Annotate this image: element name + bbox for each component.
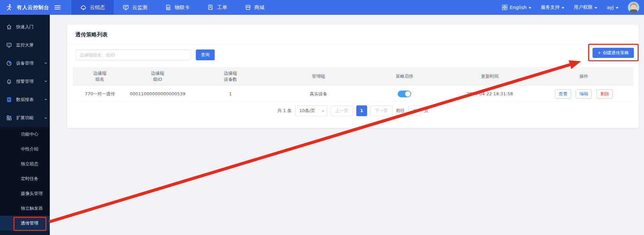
cell-device-count: 1 bbox=[188, 91, 273, 97]
tab-label: 云监测 bbox=[132, 4, 147, 11]
sidebar-item-label: 报警管理 bbox=[16, 78, 34, 85]
tab-label: 工单 bbox=[217, 4, 227, 11]
tab-label: 云组态 bbox=[90, 4, 105, 11]
user-menu[interactable]: ayj bbox=[607, 5, 618, 10]
column-header: 边缘端设备数 bbox=[188, 70, 273, 82]
language-label: English bbox=[510, 5, 527, 10]
goto-prefix-label: 前往 bbox=[396, 108, 405, 114]
sidebar-item-quick-start[interactable]: 快速入门 bbox=[0, 18, 50, 36]
chevron-down-icon bbox=[529, 7, 531, 9]
submenu-item-neutral-intro[interactable]: 中性介绍 bbox=[0, 142, 50, 157]
goto-suffix-label: 页 bbox=[424, 108, 429, 114]
submenu-item-passthrough-management[interactable]: 透传管理 bbox=[0, 216, 50, 231]
submenu-label: 中性介绍 bbox=[21, 146, 38, 152]
bell-icon bbox=[6, 78, 12, 85]
submenu-item-standalone-scada[interactable]: 独立组态 bbox=[0, 157, 50, 171]
report-icon bbox=[6, 97, 12, 103]
tab-label: 物联卡 bbox=[175, 4, 190, 11]
pie-chart-icon bbox=[6, 60, 12, 66]
cell-group-name: 770一对一透传 bbox=[73, 91, 127, 97]
sidebar-item-extended-functions[interactable]: 扩展功能 bbox=[0, 109, 50, 127]
policy-enable-toggle[interactable] bbox=[398, 91, 411, 97]
create-policy-button[interactable]: + 创建透传策略 bbox=[593, 48, 634, 58]
permission-label: 用户权限 bbox=[574, 4, 593, 10]
sidebar-submenu: 功能中心 中性介绍 独立组态 定时任务 摄像头管理 独立触发器 透传管理 bbox=[0, 127, 50, 231]
submenu-label: 独立触发器 bbox=[21, 205, 43, 211]
column-header: 操作 bbox=[535, 73, 633, 79]
next-page-button[interactable]: 下一页 bbox=[370, 105, 393, 116]
table-header-row: 边缘端组名 边缘端组ID 边缘端设备数 管理端 策略启停 更新时间 操作 bbox=[73, 67, 633, 86]
sidebar-item-label: 设备管理 bbox=[16, 60, 34, 66]
home-icon bbox=[6, 24, 12, 30]
avatar[interactable] bbox=[628, 2, 639, 13]
chevron-down-icon bbox=[44, 81, 47, 82]
submenu-label: 透传管理 bbox=[21, 220, 38, 226]
content-card: 透传策略列表 查询 + 创建透传策略 边缘端组名 边缘端组ID 边缘端设备数 管… bbox=[67, 25, 639, 128]
search-input[interactable] bbox=[75, 49, 191, 60]
submenu-label: 独立组态 bbox=[21, 161, 38, 167]
topbar: 有人云控制台 云组态 云监测 bbox=[0, 0, 644, 15]
cell-group-id: 00011000000000000539 bbox=[127, 91, 188, 97]
submenu-item-standalone-trigger[interactable]: 独立触发器 bbox=[0, 201, 50, 216]
cloud-icon bbox=[80, 4, 87, 11]
chevron-down-icon bbox=[322, 110, 324, 112]
tab-label: 商城 bbox=[254, 4, 264, 11]
work-order-icon bbox=[207, 4, 214, 11]
submenu-label: 功能中心 bbox=[21, 131, 38, 137]
sidebar-item-alarm-management[interactable]: 报警管理 bbox=[0, 72, 50, 91]
language-selector[interactable]: English bbox=[502, 4, 532, 10]
chevron-down-icon bbox=[44, 99, 47, 100]
username-label: ayj bbox=[607, 5, 614, 10]
query-button[interactable]: 查询 bbox=[196, 49, 215, 60]
submenu-item-scheduled-tasks[interactable]: 定时任务 bbox=[0, 171, 50, 186]
permission-menu[interactable]: 用户权限 bbox=[574, 4, 597, 10]
tab-cloud-monitor[interactable]: 云监测 bbox=[114, 0, 156, 15]
support-menu[interactable]: 服务支持 bbox=[541, 4, 564, 10]
page-size-select[interactable]: 10条/页 bbox=[295, 105, 327, 116]
view-button[interactable]: 查看 bbox=[555, 89, 571, 99]
goto-page-input[interactable] bbox=[408, 105, 421, 116]
cell-policy-toggle bbox=[364, 91, 445, 97]
submenu-label: 定时任务 bbox=[21, 176, 38, 182]
submenu-item-camera-management[interactable]: 摄像头管理 bbox=[0, 186, 50, 201]
sidebar-item-label: 快速入门 bbox=[16, 24, 34, 30]
tab-store[interactable]: 商城 bbox=[236, 0, 273, 15]
divider bbox=[67, 44, 639, 45]
brand[interactable]: 有人云控制台 bbox=[0, 3, 65, 11]
policy-table: 边缘端组名 边缘端组ID 边缘端设备数 管理端 策略启停 更新时间 操作 770… bbox=[73, 67, 633, 102]
total-count-label: 共 1 条 bbox=[277, 108, 292, 114]
top-nav-tabs: 云组态 云监测 物联卡 bbox=[71, 0, 273, 15]
cell-updated-at: 2020-04-22 18:31:58 bbox=[445, 91, 535, 97]
brand-title: 有人云控制台 bbox=[17, 4, 49, 11]
cell-actions: 查看 编辑 删除 bbox=[535, 89, 633, 99]
tab-iot-card[interactable]: 物联卡 bbox=[156, 0, 199, 15]
column-header: 更新时间 bbox=[445, 73, 535, 79]
chevron-down-icon bbox=[595, 7, 597, 9]
chevron-down-icon bbox=[562, 7, 564, 9]
globe-icon bbox=[502, 4, 508, 10]
chevron-down-icon bbox=[616, 7, 618, 9]
sidebar: 快速入门 监控大屏 设备管理 bbox=[0, 15, 50, 235]
store-icon bbox=[245, 4, 251, 11]
menu-collapse-icon[interactable] bbox=[55, 5, 61, 9]
submenu-label: 摄像头管理 bbox=[21, 191, 43, 197]
sim-card-icon bbox=[165, 4, 172, 11]
column-header: 策略启停 bbox=[364, 73, 445, 79]
support-label: 服务支持 bbox=[541, 4, 560, 10]
cell-manage-side: 真实设备 bbox=[273, 91, 364, 97]
column-header: 管理端 bbox=[273, 73, 364, 79]
sidebar-item-label: 监控大屏 bbox=[16, 42, 34, 48]
tab-cloud-scada[interactable]: 云组态 bbox=[71, 0, 114, 15]
prev-page-button[interactable]: 上一页 bbox=[331, 105, 353, 116]
submenu-item-function-center[interactable]: 功能中心 bbox=[0, 127, 50, 142]
sidebar-item-data-report[interactable]: 数据报表 bbox=[0, 91, 50, 109]
sidebar-item-monitor-screen[interactable]: 监控大屏 bbox=[0, 36, 50, 54]
table-row: 770一对一透传 00011000000000000539 1 真实设备 202… bbox=[73, 86, 633, 102]
edit-button[interactable]: 编辑 bbox=[576, 89, 592, 99]
sidebar-item-device-management[interactable]: 设备管理 bbox=[0, 54, 50, 72]
pagination: 共 1 条 10条/页 上一页 1 下一页 前往 页 bbox=[67, 105, 639, 116]
tab-work-order[interactable]: 工单 bbox=[199, 0, 236, 15]
grid-apps-icon bbox=[6, 115, 12, 121]
delete-button[interactable]: 删除 bbox=[597, 89, 613, 99]
page-number-button[interactable]: 1 bbox=[356, 105, 367, 116]
